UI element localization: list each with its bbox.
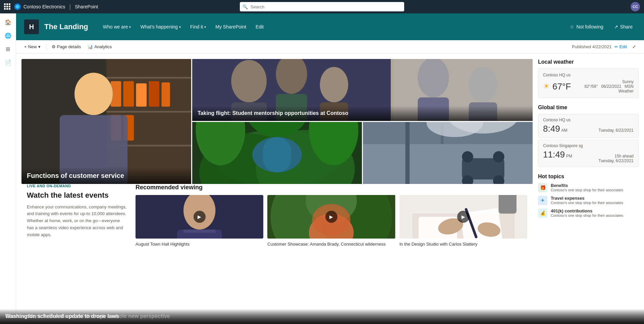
brand-area: Contoso Electronics | SharePoint <box>4 3 98 11</box>
video-card-1[interactable]: ▶ August Town Hall Highlights <box>136 195 263 247</box>
hot-topics-widget: Hot topics 🎁 Benefits Contoso's one stop… <box>538 174 639 218</box>
hero-main-overlay: Functions of customer service <box>21 167 191 184</box>
search-input[interactable] <box>240 2 404 11</box>
travel-name: Travel expenses <box>551 196 623 201</box>
expand-button[interactable]: ⤢ <box>630 43 639 51</box>
hot-topic-benefits[interactable]: 🎁 Benefits Contoso's one stop shop for t… <box>538 183 639 192</box>
hot-topic-401k-text: 401(k) contributions Contoso's one stop … <box>551 208 623 217</box>
chevron-down-icon: ▾ <box>179 25 181 29</box>
weather-detail: Sunny 82°/58° 06/22/2021 MSN Weather <box>574 79 634 93</box>
svg-rect-41 <box>406 122 410 184</box>
401k-sub: Contoso's one stop shop for their associ… <box>551 213 623 217</box>
svg-rect-8 <box>123 81 134 107</box>
hero-bottom-center-item[interactable]: Contoso Mark 8: See the world through a … <box>192 122 362 184</box>
degree-unit: °F <box>562 81 571 91</box>
weather-temperature: 67°F <box>552 81 571 92</box>
app-grid-icon[interactable] <box>4 3 11 10</box>
recommended-section: Recommended viewing <box>136 184 527 247</box>
user-avatar[interactable]: CC <box>631 2 640 11</box>
hero-main-item[interactable]: Functions of customer service <box>21 59 191 184</box>
hot-topic-travel[interactable]: ✈ Travel expenses Contoso's one stop sho… <box>538 196 639 205</box>
video-title-3: In the Design Studio with Carlos Slatter… <box>399 241 527 247</box>
time-ampm-sg: PM <box>566 154 572 158</box>
main-section: Functions of customer service <box>21 59 533 253</box>
time-card-hq: Contoso HQ us 8:49 AM Tuesday, 6/22/2021 <box>538 114 639 138</box>
svg-rect-9 <box>136 83 147 107</box>
video-card-3[interactable]: ▶ In the Design Studio with Carlos Slatt… <box>399 195 527 247</box>
global-time-widget: Global time Contoso HQ us 8:49 AM Tuesda… <box>538 105 639 167</box>
not-following-button[interactable]: ☆ Not following <box>567 22 606 31</box>
time-date-hq: Tuesday, 6/22/2021 <box>598 128 634 133</box>
content-area: Functions of customer service <box>16 54 644 258</box>
site-title: The Landing <box>44 22 88 31</box>
travel-icon: ✈ <box>538 196 547 205</box>
svg-point-28 <box>469 67 497 103</box>
brand-name: Contoso Electronics <box>23 4 65 9</box>
live-title: Watch the latest events <box>27 191 127 200</box>
svg-rect-68 <box>498 195 516 213</box>
hot-topic-401k[interactable]: 💰 401(k) contributions Contoso's one sto… <box>538 208 639 218</box>
svg-rect-54 <box>183 230 215 233</box>
weather-widget: Local weather Contoso HQ us ☀ 67°F Sunny <box>538 59 639 98</box>
share-button[interactable]: ↗ Share <box>611 22 636 31</box>
recommended-title: Recommended viewing <box>136 184 527 191</box>
star-icon: ☆ <box>570 24 574 29</box>
weather-title: Local weather <box>538 59 639 65</box>
hero-grid-inner: Functions of customer service <box>21 59 533 184</box>
video-thumb-3: ▶ <box>399 195 527 239</box>
time-display-hq: 8:49 AM Tuesday, 6/22/2021 <box>543 124 634 134</box>
nav-edit[interactable]: Edit <box>252 21 268 32</box>
hero-grid: Functions of customer service <box>21 59 533 184</box>
hero-bottom-right-item[interactable]: Washington scheduled update to drone law… <box>363 122 533 184</box>
site-navigation: Who we are ▾ What's happening ▾ Find it … <box>99 21 268 32</box>
sidebar-item-lists[interactable]: ⊞ <box>2 43 14 55</box>
video-grid: ▶ August Town Hall Highlights <box>136 195 527 247</box>
edit-button[interactable]: ✏ Edit <box>614 44 627 49</box>
time-display-sg: 11:49 PM 15h ahead Tuesday, 6/22/2021 <box>543 149 634 163</box>
play-icon: ▶ <box>457 211 469 223</box>
weather-card: Contoso HQ us ☀ 67°F Sunny 82°/58° 06/22… <box>538 68 639 98</box>
user-area: CC <box>631 2 640 11</box>
benefits-sub: Contoso's one stop shop for their associ… <box>551 188 623 192</box>
hero-top-right-title: Taking flight: Student mentorship opport… <box>198 110 527 117</box>
toolbar-right: Published 4/22/2021 ✏ Edit ⤢ <box>572 43 639 51</box>
nav-find-it[interactable]: Find it ▾ <box>186 21 210 32</box>
nav-who-we-are[interactable]: Who we are ▾ <box>99 21 135 32</box>
svg-point-20 <box>231 60 267 103</box>
published-date: Published 4/22/2021 <box>572 44 612 49</box>
sidebar-item-sites[interactable]: 🌐 <box>2 29 14 42</box>
analytics-button[interactable]: 📊 Analytics <box>85 43 114 51</box>
hero-top-right-item[interactable]: Taking flight: Student mentorship opport… <box>192 59 533 121</box>
nav-whats-happening[interactable]: What's happening ▾ <box>136 21 185 32</box>
svg-point-47 <box>462 151 473 163</box>
nav-my-sharepoint[interactable]: My SharePoint <box>211 21 250 32</box>
live-description: Enhance your communications, company mee… <box>27 204 127 239</box>
right-panel: Local weather Contoso HQ us ☀ 67°F Sunny <box>538 59 639 253</box>
chevron-down-icon: ▾ <box>129 25 131 29</box>
time-big-sg: 11:49 <box>543 149 565 160</box>
toolbar: + New ▾ ⚙ Page details 📊 Analytics Publi… <box>16 40 644 54</box>
chevron-down-icon: ▾ <box>38 44 41 49</box>
sidebar-item-home[interactable]: 🏠 <box>2 16 14 28</box>
lower-content: LIVE AND ON-DEMAND Watch the latest even… <box>21 184 533 253</box>
expand-icon: ⤢ <box>632 44 636 49</box>
401k-name: 401(k) contributions <box>551 208 623 213</box>
live-section: LIVE AND ON-DEMAND Watch the latest even… <box>27 184 127 247</box>
site-logo: H <box>24 19 39 34</box>
new-button[interactable]: + New ▾ <box>21 43 43 51</box>
sidebar-item-pages[interactable]: 📄 <box>2 56 14 68</box>
hot-topics-list: 🎁 Benefits Contoso's one stop shop for t… <box>538 183 639 218</box>
chart-icon: 📊 <box>88 44 93 49</box>
page-details-button[interactable]: ⚙ Page details <box>49 43 84 51</box>
video-card-2[interactable]: ▶ Customer Showcase: Amanda Brady, Conne… <box>267 195 395 247</box>
svg-rect-4 <box>106 77 191 79</box>
svg-rect-40 <box>363 144 533 184</box>
brand-divider: | <box>69 3 71 10</box>
hero-top-right-overlay: Taking flight: Student mentorship opport… <box>192 106 533 121</box>
main-content: H The Landing Who we are ▾ What's happen… <box>16 13 644 324</box>
video-thumb-1: ▶ <box>136 195 263 239</box>
play-icon: ▶ <box>194 211 206 223</box>
brand-logo[interactable]: Contoso Electronics <box>13 3 65 11</box>
time-location-sg: Contoso Singapore sg <box>543 143 634 148</box>
benefits-icon: 🎁 <box>538 183 547 192</box>
